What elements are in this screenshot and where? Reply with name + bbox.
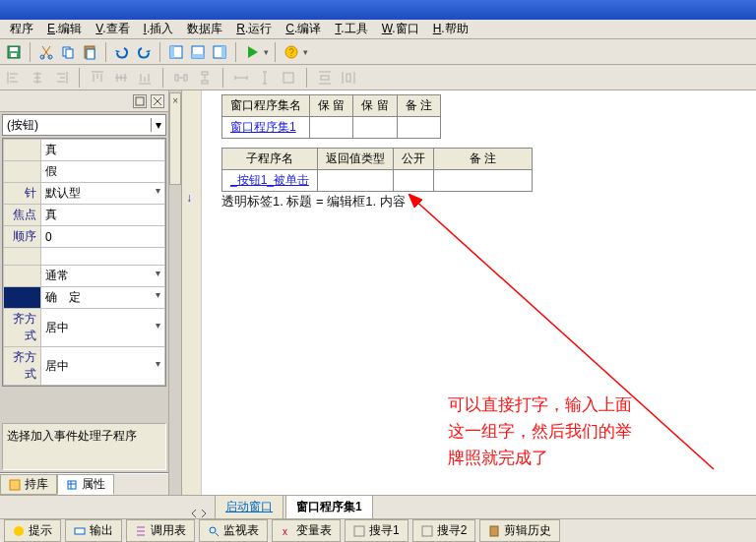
pane-btn1[interactable]: [133, 94, 147, 108]
status-output[interactable]: 输出: [65, 519, 122, 542]
menu-help[interactable]: H.帮助: [427, 19, 474, 39]
panel1-icon[interactable]: [166, 42, 186, 62]
table-row[interactable]: _按钮1_被单击: [222, 170, 533, 192]
status-watch[interactable]: 监视表: [199, 519, 268, 542]
align-mid-icon[interactable]: [111, 68, 131, 88]
svg-rect-17: [175, 75, 178, 81]
vspace-icon[interactable]: [195, 68, 215, 88]
menu-window[interactable]: W.窗口: [376, 19, 425, 39]
cut-icon[interactable]: [36, 42, 56, 62]
status-calls[interactable]: 调用表: [126, 519, 195, 542]
status-find2[interactable]: 搜寻2: [412, 519, 476, 542]
svg-rect-2: [11, 53, 17, 57]
svg-point-29: [14, 526, 24, 536]
tab-props[interactable]: 属性: [57, 474, 114, 495]
svg-rect-6: [66, 49, 73, 58]
svg-rect-33: [354, 526, 364, 536]
splitter[interactable]: ×: [169, 90, 181, 495]
property-row[interactable]: 假: [4, 161, 165, 183]
property-row[interactable]: 针默认型: [4, 183, 165, 205]
panel3-icon[interactable]: [210, 42, 229, 62]
svg-rect-30: [75, 528, 85, 534]
svg-rect-35: [490, 526, 498, 536]
svg-rect-1: [10, 47, 18, 51]
property-row[interactable]: 顺序0: [4, 226, 165, 248]
help-icon[interactable]: ?: [282, 42, 301, 62]
center-v-icon[interactable]: [339, 68, 358, 88]
tab-next-icon[interactable]: [199, 509, 209, 518]
tab-window-set[interactable]: 窗口程序集1: [285, 495, 373, 518]
svg-rect-34: [422, 526, 432, 536]
object-selector[interactable]: (按钮) ▾: [2, 114, 166, 136]
hspace-icon[interactable]: [171, 68, 191, 88]
property-row[interactable]: 焦点真: [4, 205, 165, 226]
tab-start-window[interactable]: 启动窗口: [215, 495, 284, 518]
paste-icon[interactable]: [80, 42, 99, 62]
same-size-icon[interactable]: [279, 68, 298, 88]
toolbar-main: ▾ ? ▾: [0, 39, 756, 65]
property-row[interactable]: 真: [4, 140, 165, 161]
link[interactable]: _按钮1_被单击: [230, 173, 309, 187]
tab-prev-icon[interactable]: [189, 509, 199, 518]
tab-lib[interactable]: 持库: [0, 474, 57, 495]
code-line[interactable]: 透明标签1. 标题 = 编辑框1. 内容: [221, 193, 406, 211]
property-row[interactable]: 齐方式居中: [4, 347, 165, 386]
menu-tools[interactable]: T.工具: [329, 19, 373, 39]
statusbar: 提示 输出 调用表 监视表 x变量表 搜寻1 搜寻2 剪辑历史: [0, 518, 756, 542]
property-row[interactable]: 确 定: [4, 287, 165, 309]
close-icon[interactable]: ×: [172, 95, 178, 106]
svg-rect-24: [136, 97, 144, 105]
object-selected-label: (按钮): [7, 117, 38, 134]
th: 子程序名: [222, 149, 318, 170]
redo-icon[interactable]: [134, 42, 154, 62]
undo-icon[interactable]: [112, 42, 132, 62]
gutter: ↓: [182, 90, 202, 495]
svg-rect-21: [284, 73, 293, 83]
align-top-icon[interactable]: [88, 68, 107, 88]
chevron-down-icon: ▾: [151, 118, 161, 132]
svg-rect-20: [202, 81, 208, 84]
menu-run[interactable]: R.运行: [230, 19, 278, 39]
table-subroutines[interactable]: 子程序名 返回值类型 公开 备 注 _按钮1_被单击: [221, 148, 533, 192]
status-clip[interactable]: 剪辑历史: [479, 519, 560, 542]
property-row[interactable]: [4, 248, 165, 266]
properties-pane: (按钮) ▾ 真假针默认型焦点真顺序0通常确 定齐方式居中齐方式居中 选择加入事…: [0, 90, 169, 495]
svg-rect-14: [221, 46, 225, 58]
menu-edit[interactable]: E.编辑: [41, 19, 88, 39]
property-row[interactable]: 齐方式居中: [4, 309, 165, 347]
align-left-icon[interactable]: [4, 68, 24, 88]
panel2-icon[interactable]: [188, 42, 208, 62]
same-w-icon[interactable]: [231, 68, 251, 88]
svg-rect-25: [10, 480, 20, 490]
menu-view[interactable]: V.查看: [90, 19, 135, 39]
save-icon[interactable]: [4, 42, 24, 62]
table-window-programs[interactable]: 窗口程序集名 保 留 保 留 备 注 窗口程序集1: [221, 94, 441, 139]
svg-text:?: ?: [288, 47, 294, 58]
status-find1[interactable]: 搜寻1: [345, 519, 409, 542]
pane-btn2[interactable]: [151, 94, 164, 108]
event-hint[interactable]: 选择加入事件处理子程序: [2, 423, 166, 470]
table-row[interactable]: 窗口程序集1: [222, 117, 441, 139]
center-h-icon[interactable]: [315, 68, 335, 88]
th: 返回值类型: [318, 149, 394, 170]
align-center-icon[interactable]: [28, 68, 47, 88]
menu-insert[interactable]: I.插入: [138, 19, 180, 39]
link[interactable]: 窗口程序集1: [230, 120, 296, 134]
property-grid[interactable]: 真假针默认型焦点真顺序0通常确 定齐方式居中齐方式居中: [2, 138, 166, 387]
svg-rect-19: [202, 72, 208, 75]
align-right-icon[interactable]: [51, 68, 71, 88]
copy-icon[interactable]: [58, 42, 78, 62]
editor-tabs: 启动窗口 窗口程序集1: [0, 495, 756, 518]
align-bot-icon[interactable]: [135, 68, 155, 88]
status-vars[interactable]: x变量表: [272, 519, 341, 542]
menu-database[interactable]: 数据库: [181, 19, 228, 39]
property-row[interactable]: 通常: [4, 266, 165, 287]
status-tips[interactable]: 提示: [4, 519, 61, 542]
svg-point-4: [48, 55, 52, 59]
svg-rect-26: [68, 481, 76, 489]
menu-program[interactable]: 程序: [4, 19, 39, 39]
same-h-icon[interactable]: [255, 68, 275, 88]
menu-compile[interactable]: C.编译: [280, 19, 327, 39]
run-icon[interactable]: [242, 42, 262, 62]
code-editor[interactable]: ↓ 窗口程序集名 保 留 保 留 备 注 窗口程序集1 子程序名 返回值类型 公…: [181, 90, 756, 495]
